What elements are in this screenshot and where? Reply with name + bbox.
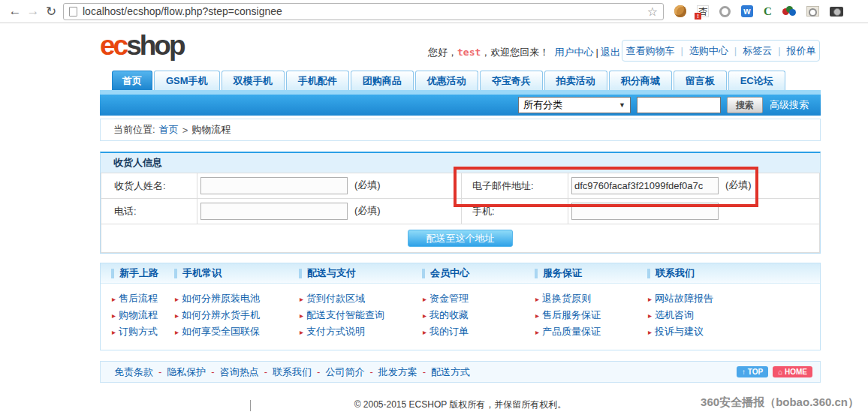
main-navigation: 首页 GSM手机 双模手机 手机配件 团购商品 优惠活动 夺宝奇兵 拍卖活动 积… bbox=[100, 70, 821, 90]
phone-input[interactable] bbox=[200, 203, 348, 220]
help-link[interactable]: 如何分辨水货手机 bbox=[182, 309, 260, 320]
help-link[interactable]: 货到付款区域 bbox=[306, 293, 365, 304]
footer-link-privacy[interactable]: 隐私保护 bbox=[167, 365, 206, 379]
arrow-marker-icon: ▸ bbox=[175, 295, 179, 303]
tab-group-buy[interactable]: 团购商品 bbox=[351, 71, 414, 90]
tab-dual-mode-phone[interactable]: 双模手机 bbox=[222, 71, 285, 90]
logo-ec-text: ec bbox=[100, 30, 126, 61]
help-links: ▸售后流程 ▸购物流程 ▸订购方式 ▸如何分辨原装电池 ▸如何分辨水货手机 ▸如… bbox=[101, 284, 820, 350]
tab-snatch[interactable]: 夺宝奇兵 bbox=[480, 71, 543, 90]
tab-gsm-phone[interactable]: GSM手机 bbox=[154, 71, 220, 90]
reload-icon[interactable]: ↻ bbox=[42, 4, 60, 20]
footer-links-bar: 免责条款- 隐私保护- 咨询热点- 联系我们- 公司简介- 批发方案- 配送方式… bbox=[100, 361, 821, 383]
footer-link-about[interactable]: 公司简介 bbox=[325, 365, 364, 379]
forward-icon[interactable]: → bbox=[24, 4, 42, 19]
footer-link-contact[interactable]: 联系我们 bbox=[273, 365, 312, 379]
tab-points-mall[interactable]: 积分商城 bbox=[609, 71, 672, 90]
tag-cloud-link[interactable]: 标签云 bbox=[743, 44, 772, 58]
tab-promotions[interactable]: 优惠活动 bbox=[415, 71, 478, 90]
site-header: ecshop 您好，test，欢迎您回来！ 用户中心|退出 查看购物车| 选购中… bbox=[0, 23, 868, 70]
logout-link[interactable]: 退出 bbox=[601, 47, 620, 58]
help-link[interactable]: 配送支付智能查询 bbox=[306, 309, 384, 320]
table-row: 配送至这个地址 bbox=[101, 224, 820, 253]
category-select[interactable]: 所有分类 ▼ bbox=[518, 97, 631, 113]
translate-extension-icon[interactable]: 杏! bbox=[697, 5, 709, 17]
footer-separator: - bbox=[423, 366, 426, 377]
help-link[interactable]: 如何分辨原装电池 bbox=[182, 293, 260, 304]
greeting-prefix: 您好， bbox=[428, 47, 457, 58]
help-column-title: 会员中心 bbox=[411, 266, 524, 280]
bookmark-star-icon[interactable]: ☆ bbox=[647, 5, 658, 19]
back-to-top-button[interactable]: ↑ TOP bbox=[737, 366, 768, 377]
tab-phone-accessories[interactable]: 手机配件 bbox=[286, 71, 349, 90]
footer-link-shipping[interactable]: 配送方式 bbox=[431, 365, 470, 379]
ship-to-address-button[interactable]: 配送至这个地址 bbox=[408, 230, 513, 247]
search-button[interactable]: 搜索 bbox=[727, 97, 763, 113]
arrow-marker-icon: ▸ bbox=[300, 328, 303, 336]
user-links-separator: | bbox=[596, 47, 598, 58]
c-extension-icon[interactable]: C bbox=[764, 5, 772, 18]
address-bar[interactable]: localhost/ecshop/flow.php?step=consignee… bbox=[63, 3, 664, 20]
phone-cell: (必填) bbox=[197, 199, 462, 224]
breadcrumb-home-link[interactable]: 首页 bbox=[159, 123, 179, 137]
user-greeting: 您好，test，欢迎您回来！ 用户中心|退出 bbox=[428, 46, 620, 59]
ecshop-logo[interactable]: ecshop bbox=[100, 31, 184, 61]
help-link[interactable]: 订购方式 bbox=[119, 326, 158, 337]
help-link[interactable]: 如何享受全国联保 bbox=[182, 326, 260, 337]
user-center-link[interactable]: 用户中心 bbox=[555, 47, 594, 58]
phone-label: 电话: bbox=[101, 199, 197, 224]
cookie-extension-icon[interactable] bbox=[674, 5, 686, 17]
tab-home[interactable]: 首页 bbox=[112, 71, 152, 90]
help-link[interactable]: 退换货原则 bbox=[542, 293, 591, 304]
title-bar-icon bbox=[111, 269, 114, 278]
view-cart-link[interactable]: 查看购物车 bbox=[625, 44, 674, 58]
people-extension-icon[interactable] bbox=[782, 6, 796, 17]
help-header: 新手上路 手机常识 配送与支付 会员中心 服务保证 联系我们 bbox=[101, 263, 820, 284]
list-item: ▸退换货原则 bbox=[535, 290, 637, 307]
help-link[interactable]: 产品质量保证 bbox=[542, 326, 601, 337]
help-title-text: 新手上路 bbox=[119, 266, 158, 280]
required-hint: (必填) bbox=[725, 179, 752, 191]
footer-separator: - bbox=[369, 366, 372, 377]
list-item: ▸选机咨询 bbox=[648, 307, 820, 323]
shopping-center-link[interactable]: 选购中心 bbox=[689, 44, 728, 58]
required-hint: (必填) bbox=[354, 179, 381, 191]
help-link[interactable]: 我的订单 bbox=[429, 326, 469, 337]
tab-auction[interactable]: 拍卖活动 bbox=[544, 71, 607, 90]
photo-search-extension-icon[interactable] bbox=[806, 6, 819, 17]
help-link[interactable]: 支付方式说明 bbox=[306, 326, 365, 337]
url-text[interactable]: localhost/ecshop/flow.php?step=consignee bbox=[83, 5, 642, 17]
back-icon[interactable]: ← bbox=[6, 4, 24, 19]
help-link[interactable]: 投诉与建议 bbox=[655, 326, 704, 337]
help-link[interactable]: 售后流程 bbox=[119, 293, 158, 304]
tab-ec-forum[interactable]: EC论坛 bbox=[728, 71, 785, 90]
help-link[interactable]: 选机咨询 bbox=[655, 309, 694, 320]
quotation-link[interactable]: 报价单 bbox=[787, 44, 816, 58]
help-link[interactable]: 售后服务保证 bbox=[542, 309, 601, 320]
mobile-input[interactable] bbox=[571, 203, 719, 220]
w-extension-icon[interactable]: w bbox=[741, 5, 753, 17]
footer-buttons: ↑ TOP ⌂ HOME bbox=[737, 366, 812, 377]
arrow-marker-icon: ▸ bbox=[648, 295, 652, 303]
email-input[interactable] bbox=[571, 177, 719, 194]
footer-link-consult[interactable]: 咨询热点 bbox=[220, 365, 259, 379]
tab-message-board[interactable]: 留言板 bbox=[674, 71, 727, 90]
consignee-name-input[interactable] bbox=[200, 177, 348, 194]
help-link[interactable]: 我的收藏 bbox=[429, 309, 469, 320]
screenshot-camera-icon[interactable] bbox=[830, 7, 843, 17]
advanced-search-link[interactable]: 高级搜索 bbox=[770, 95, 809, 116]
help-column: ▸如何分辨原装电池 ▸如何分辨水货手机 ▸如何享受全国联保 bbox=[164, 290, 288, 340]
list-item: ▸资金管理 bbox=[423, 290, 524, 307]
help-link[interactable]: 网站故障报告 bbox=[655, 293, 713, 304]
home-button[interactable]: ⌂ HOME bbox=[773, 366, 812, 377]
browser-toolbar: ← → ↻ localhost/ecshop/flow.php?step=con… bbox=[0, 0, 868, 23]
category-selected-value: 所有分类 bbox=[523, 98, 562, 112]
help-link[interactable]: 购物流程 bbox=[119, 309, 158, 320]
help-link[interactable]: 资金管理 bbox=[429, 293, 469, 304]
footer-link-disclaimer[interactable]: 免责条款 bbox=[114, 365, 153, 379]
circle-extension-icon[interactable] bbox=[719, 6, 731, 17]
search-input[interactable] bbox=[637, 97, 721, 113]
required-hint: (必填) bbox=[354, 205, 381, 216]
footer-link-wholesale[interactable]: 批发方案 bbox=[378, 365, 417, 379]
arrow-marker-icon: ▸ bbox=[300, 295, 303, 303]
